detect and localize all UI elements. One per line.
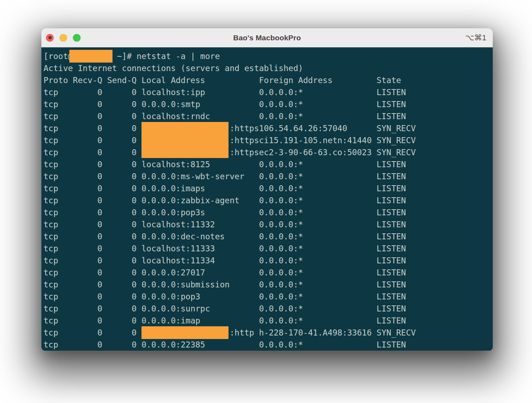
terminal-line: tcp 0 0 0.0.0.0:imap 0.0.0.0:* LISTEN	[44, 315, 493, 327]
terminal-line: Active Internet connections (servers and…	[44, 62, 493, 74]
terminal-line: tcp 0 0 0.0.0.0:22385 0.0.0.0:* LISTEN	[44, 339, 493, 351]
terminal-line: tcp 0 0 :httpsci15.191-105.netn:41440 SY…	[44, 134, 493, 146]
zoom-button[interactable]	[73, 34, 81, 42]
close-button[interactable]	[46, 34, 54, 42]
redaction-overlay	[69, 50, 112, 63]
terminal-line: tcp 0 0 0.0.0.0:pop3s 0.0.0.0:* LISTEN	[44, 206, 493, 218]
window-titlebar[interactable]: Bao's MacbookPro ⌥⌘1	[41, 28, 493, 47]
terminal-line: tcp 0 0 localhost:rndc 0.0.0.0:* LISTEN	[44, 110, 493, 122]
terminal-line: tcp 0 0 localhost:11334 0.0.0.0:* LISTEN	[44, 255, 493, 267]
terminal-output[interactable]: [root@ ~]# netstat -a | moreActive Inter…	[41, 47, 493, 351]
terminal-line: tcp 0 0 :http h-228-170-41.A498:33616 SY…	[44, 327, 493, 339]
window-title: Bao's MacbookPro	[233, 34, 301, 42]
terminal-line: tcp 0 0 :httpsec2-3-90-66-63.co:50023 SY…	[44, 146, 493, 158]
terminal-line: Proto Recv-Q Send-Q Local Address Foreig…	[44, 74, 493, 86]
terminal-line: tcp 0 0 0.0.0.0:submission 0.0.0.0:* LIS…	[44, 279, 493, 291]
terminal-line: tcp 0 0 0.0.0.0:smtp 0.0.0.0:* LISTEN	[44, 98, 493, 110]
terminal-line: tcp 0 0 0.0.0.0:zabbix-agent 0.0.0.0:* L…	[44, 194, 493, 206]
terminal-line: tcp 0 0 0.0.0.0:27017 0.0.0.0:* LISTEN	[44, 267, 493, 279]
terminal-line: tcp 0 0 localhost:ipp 0.0.0.0:* LISTEN	[44, 86, 493, 98]
terminal-line: tcp 0 0 localhost:11332 0.0.0.0:* LISTEN	[44, 218, 493, 230]
desktop-background: Bao's MacbookPro ⌥⌘1 [root@ ~]# netstat …	[0, 0, 532, 403]
terminal-line: tcp 0 0 0.0.0.0:dec-notes 0.0.0.0:* LIST…	[44, 230, 493, 243]
terminal-line: tcp 0 0 localhost:11333 0.0.0.0:* LISTEN	[44, 243, 493, 255]
tab-shortcut-indicator: ⌥⌘1	[465, 28, 486, 47]
terminal-line: tcp 0 0 0.0.0.0:imaps 0.0.0.0:* LISTEN	[44, 182, 493, 194]
terminal-window: Bao's MacbookPro ⌥⌘1 [root@ ~]# netstat …	[41, 28, 493, 351]
close-dot-icon	[48, 36, 52, 39]
terminal-line: tcp 0 0 localhost:8125 0.0.0.0:* LISTEN	[44, 158, 493, 170]
terminal-line: tcp 0 0 0.0.0.0:ms-wbt-server 0.0.0.0:* …	[44, 170, 493, 182]
redaction-overlay	[141, 122, 229, 158]
redaction-overlay	[141, 326, 229, 339]
terminal-line: tcp 0 0 :https106.54.64.26:57040 SYN_REC…	[44, 122, 493, 134]
traffic-lights	[46, 28, 81, 47]
minimize-button[interactable]	[59, 34, 67, 42]
terminal-line: tcp 0 0 0.0.0.0:sunrpc 0.0.0.0:* LISTEN	[44, 303, 493, 315]
terminal-line: tcp 0 0 0.0.0.0:pop3 0.0.0.0:* LISTEN	[44, 291, 493, 303]
